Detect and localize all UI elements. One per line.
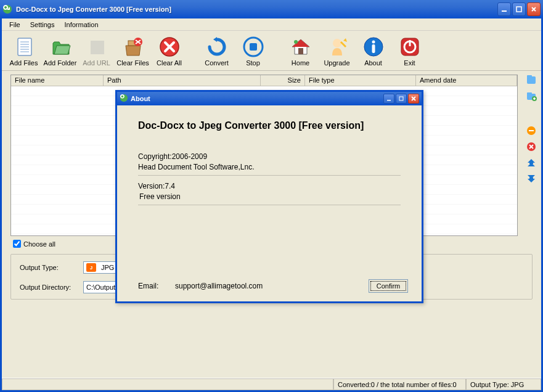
status-converted: Converted:0 / the total number of files:… <box>333 378 466 390</box>
svg-rect-10 <box>298 48 303 54</box>
about-copyright: Copyright:2006-2009 <box>138 152 401 161</box>
clear-all-icon <box>158 36 181 58</box>
jpg-badge-icon: J <box>86 263 96 272</box>
url-icon <box>86 36 108 58</box>
menu-settings[interactable]: Settings <box>25 20 60 30</box>
col-size[interactable]: Size <box>261 75 305 86</box>
clear-files-label: Clear Files <box>116 59 149 67</box>
remove-item-icon[interactable] <box>526 125 537 136</box>
convert-icon <box>206 36 228 58</box>
svg-rect-22 <box>527 92 532 95</box>
main-titlebar: Doc-Docx to Jpeg Converter 3000 [Free ve… <box>0 0 543 18</box>
remove-all-icon[interactable] <box>526 141 537 152</box>
col-amenddate[interactable]: Amend date <box>416 75 517 86</box>
stop-icon <box>242 36 264 58</box>
about-version: Version:7.4 <box>138 182 401 190</box>
close-button[interactable] <box>527 2 541 16</box>
svg-rect-25 <box>529 130 534 131</box>
clear-all-label: Clear All <box>157 59 182 67</box>
add-folder-button[interactable]: Add Folder <box>43 35 77 68</box>
about-button[interactable]: About <box>356 35 390 68</box>
exit-button[interactable]: Exit <box>393 35 427 68</box>
stop-button[interactable]: Stop <box>236 35 270 68</box>
window-title: Doc-Docx to Jpeg Converter 3000 [Free ve… <box>16 6 497 13</box>
maximize-button[interactable] <box>512 2 526 16</box>
dialog-maximize-button[interactable] <box>396 94 407 104</box>
col-path[interactable]: Path <box>104 75 261 86</box>
svg-rect-29 <box>399 97 403 100</box>
svg-point-14 <box>372 41 375 44</box>
menu-information[interactable]: Information <box>59 20 103 30</box>
add-url-label: Add URL <box>83 59 110 67</box>
move-down-icon[interactable] <box>526 173 537 184</box>
info-icon <box>362 36 385 58</box>
col-filename[interactable]: File name <box>11 75 104 86</box>
output-dir-label: Output Directory: <box>20 284 78 291</box>
svg-rect-4 <box>91 41 104 54</box>
status-output-type: Output Type: JPG <box>466 378 541 390</box>
move-up-icon[interactable] <box>526 157 537 168</box>
upgrade-button[interactable]: Upgrade <box>320 35 354 68</box>
clear-files-icon <box>122 36 144 58</box>
home-label: Home <box>292 59 309 67</box>
choose-all-label: Choose all <box>23 240 55 248</box>
svg-point-11 <box>294 40 298 44</box>
clear-all-button[interactable]: Clear All <box>152 35 186 68</box>
svg-rect-1 <box>502 10 507 12</box>
clear-files-button[interactable]: Clear Files <box>116 35 150 68</box>
folder-icon <box>49 36 71 58</box>
choose-all-checkbox[interactable] <box>13 240 21 248</box>
dialog-minimize-button[interactable] <box>383 94 394 104</box>
col-filetype[interactable]: File type <box>305 75 416 86</box>
about-confirm-button[interactable]: Confirm <box>369 279 408 293</box>
home-icon <box>290 36 312 58</box>
statusbar: Converted:0 / the total number of files:… <box>2 378 541 390</box>
app-icon <box>2 4 12 14</box>
add-folder-label: Add Folder <box>44 59 77 67</box>
about-heading: Doc-Docx to Jpeg Converter 3000 [Free ve… <box>138 120 401 131</box>
upgrade-icon <box>326 36 348 58</box>
svg-point-12 <box>333 39 341 47</box>
svg-rect-18 <box>409 40 410 46</box>
about-edition: Free version <box>138 192 401 201</box>
file-icon <box>13 36 35 58</box>
add-files-button[interactable]: Add Files <box>7 35 41 68</box>
about-label: About <box>364 59 382 67</box>
svg-rect-28 <box>387 100 391 101</box>
minimize-button[interactable] <box>497 2 511 16</box>
exit-label: Exit <box>404 59 415 67</box>
status-left <box>2 378 333 390</box>
svg-rect-15 <box>372 44 375 53</box>
about-email-label: Email: <box>138 282 175 290</box>
stop-label: Stop <box>246 59 260 67</box>
dialog-title: About <box>131 95 383 102</box>
dialog-close-button[interactable] <box>408 94 419 104</box>
home-button[interactable]: Home <box>284 35 317 68</box>
about-email: support@allimagetool.com <box>175 282 369 290</box>
add-files-label: Add Files <box>10 59 38 67</box>
upgrade-label: Upgrade <box>324 59 349 67</box>
toolbar: Add Files Add Folder Add URL Clear Files… <box>2 31 541 71</box>
dialog-app-icon <box>120 94 128 104</box>
add-folder-plus-icon[interactable] <box>526 91 537 102</box>
sidebar <box>521 71 541 236</box>
svg-rect-2 <box>516 7 521 12</box>
svg-rect-9 <box>250 43 257 51</box>
add-file-icon[interactable] <box>526 75 537 86</box>
menubar: File Settings Information <box>2 18 541 31</box>
convert-label: Convert <box>205 59 229 67</box>
convert-button[interactable]: Convert <box>200 35 234 68</box>
about-dialog: About Doc-Docx to Jpeg Converter 3000 [F… <box>115 90 423 303</box>
svg-rect-20 <box>527 75 532 78</box>
add-url-button[interactable]: Add URL <box>80 35 113 68</box>
menu-file[interactable]: File <box>4 20 25 30</box>
output-type-label: Output Type: <box>20 264 78 271</box>
about-company: Head Document Tool Software,Lnc. <box>138 163 401 171</box>
power-icon <box>399 36 421 58</box>
